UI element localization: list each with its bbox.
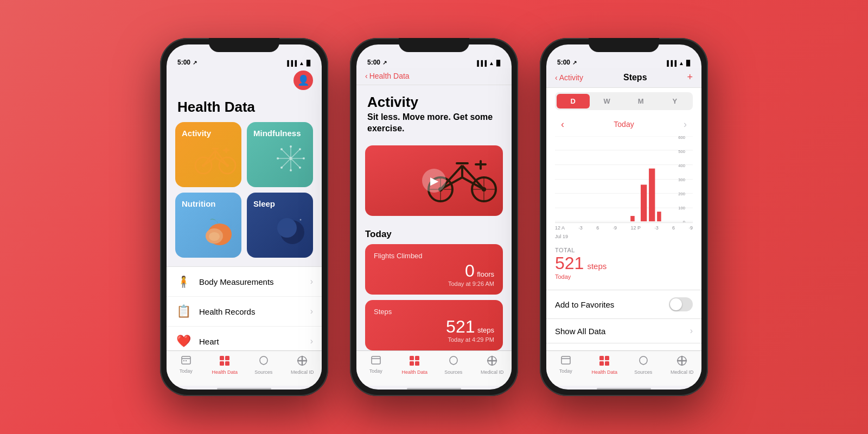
sources-icon-3 <box>638 355 649 368</box>
chart-navigation: ‹ Today › <box>546 114 701 136</box>
profile-icon: 👤 <box>297 74 309 86</box>
category-sleep[interactable]: Sleep <box>247 193 313 258</box>
tab-today-1[interactable]: Today <box>171 355 201 375</box>
svg-text:0: 0 <box>683 220 685 222</box>
steps-settings: Add to Favorites Show All Data › Data So… <box>546 290 701 350</box>
tab-medicalid-2[interactable]: Medical ID <box>477 355 507 375</box>
svg-rect-92 <box>605 361 609 366</box>
svg-line-17 <box>282 149 290 157</box>
svg-line-18 <box>292 159 300 168</box>
add-favorites-item[interactable]: Add to Favorites <box>546 290 701 319</box>
svg-line-19 <box>292 149 300 157</box>
tab-medicalid-3[interactable]: Medical ID <box>667 355 697 375</box>
flights-label: Flights Climbed <box>374 252 494 260</box>
tab-bar-3: Today Health Data Sources <box>546 350 701 386</box>
nav-bar-3: ‹ Activity Steps + <box>546 68 701 88</box>
total-value: 521 <box>555 253 584 273</box>
body-chevron-icon: › <box>310 277 313 286</box>
mindfulness-label: Mindfulness <box>253 129 301 138</box>
battery-icon-2: ▉ <box>496 60 501 66</box>
steps-total: TOTAL 521 steps Today <box>546 241 701 285</box>
health-data-title: Health Data <box>177 99 255 116</box>
activity-video[interactable]: ▶ <box>365 145 503 216</box>
steps-nav-title: Steps <box>623 73 647 82</box>
chart-prev-button[interactable]: ‹ <box>555 117 570 132</box>
phone-1: 5:00 ↗ ▐▐▐ ▲ ▉ 👤 Health Data <box>160 38 328 396</box>
category-activity[interactable]: Activity <box>175 122 241 187</box>
tab-sources-2[interactable]: Sources <box>438 355 468 375</box>
svg-point-21 <box>290 145 292 148</box>
home-indicator-3 <box>597 388 651 390</box>
svg-point-31 <box>209 232 220 241</box>
phones-container: 5:00 ↗ ▐▐▐ ▲ ▉ 👤 Health Data <box>160 38 708 396</box>
profile-button[interactable]: 👤 <box>293 71 313 90</box>
tab-healthdata-1[interactable]: Health Data <box>210 355 240 375</box>
chart-date: Jul 19 <box>546 233 701 241</box>
sources-icon-1 <box>258 355 269 368</box>
svg-point-33 <box>300 219 302 221</box>
notch-2 <box>399 38 469 52</box>
tab-sources-3[interactable]: Sources <box>628 355 658 375</box>
activity-icon <box>194 138 237 183</box>
tab-today-2[interactable]: Today <box>361 355 391 375</box>
metric-flights[interactable]: Flights Climbed 0 floors Today at 9:26 A… <box>365 244 503 295</box>
svg-rect-87 <box>561 356 570 364</box>
tab-year[interactable]: Y <box>659 94 692 108</box>
back-button-2[interactable]: ‹ Health Data <box>365 72 410 80</box>
tab-week[interactable]: W <box>591 94 624 108</box>
show-all-data-item[interactable]: Show All Data › <box>546 319 701 343</box>
list-item-records[interactable]: 📋 Health Records › <box>167 297 322 327</box>
tab-medicalid-1[interactable]: Medical ID <box>288 355 317 375</box>
records-chevron-icon: › <box>310 307 313 316</box>
medicalid-icon-3 <box>676 355 687 368</box>
svg-text:200: 200 <box>678 192 685 196</box>
add-favorites-label: Add to Favorites <box>555 300 614 309</box>
svg-rect-85 <box>649 169 655 221</box>
svg-rect-67 <box>415 361 419 366</box>
sources-label-1: Sources <box>254 369 272 375</box>
play-button[interactable]: ▶ <box>422 169 446 193</box>
back-button-3[interactable]: ‹ Activity <box>555 73 583 82</box>
location-icon-2: ↗ <box>382 60 387 66</box>
activity-header: Activity Sit less. Move more. Get some e… <box>356 85 512 145</box>
tab-healthdata-2[interactable]: Health Data <box>400 355 430 375</box>
tab-bar-1: Today Health Data Sources <box>167 350 322 386</box>
healthdata-icon-2 <box>409 355 420 368</box>
show-all-data-label: Show All Data <box>555 327 605 336</box>
today-label-2: Today <box>369 368 382 374</box>
steps-value-2: 521 <box>446 317 475 336</box>
list-item-heart[interactable]: ❤️ Heart › <box>167 327 322 350</box>
add-button-3[interactable]: + <box>687 72 693 83</box>
data-sources-item[interactable]: Data Sources & Access › <box>546 343 701 350</box>
chart-period-label: Today <box>614 120 634 129</box>
svg-text:100: 100 <box>678 206 685 210</box>
svg-rect-91 <box>599 361 604 366</box>
favorites-toggle[interactable] <box>669 297 693 311</box>
signal-icon-3: ▐▐▐ <box>665 60 676 66</box>
tab-month[interactable]: M <box>624 94 658 108</box>
tab-today-3[interactable]: Today <box>551 355 580 375</box>
tab-healthdata-3[interactable]: Health Data <box>590 355 620 375</box>
healthdata-icon-3 <box>599 355 610 368</box>
medicalid-label-2: Medical ID <box>481 369 504 375</box>
list-item-body[interactable]: 🧍 Body Measurements › <box>167 267 322 297</box>
health-data-screen: Health Data Activity <box>167 90 322 350</box>
svg-rect-83 <box>630 216 635 221</box>
svg-rect-90 <box>605 356 609 360</box>
health-data-header: Health Data <box>167 90 322 122</box>
svg-rect-44 <box>225 361 229 366</box>
svg-rect-41 <box>220 356 224 360</box>
category-nutrition[interactable]: Nutrition <box>175 193 241 258</box>
metric-steps[interactable]: Steps 521 steps Today at 4:29 PM <box>365 300 503 350</box>
tab-sources-1[interactable]: Sources <box>248 355 278 375</box>
nutrition-label: Nutrition <box>182 199 215 208</box>
steps-unit-2: steps <box>477 326 494 334</box>
category-mindfulness[interactable]: Mindfulness <box>247 122 313 187</box>
phone-2: 5:00 ↗ ▐▐▐ ▲ ▉ ‹ Health Data <box>350 38 518 396</box>
svg-rect-64 <box>410 356 414 360</box>
svg-rect-65 <box>415 356 419 360</box>
chart-next-button[interactable]: › <box>678 117 693 132</box>
svg-rect-43 <box>220 361 224 366</box>
tab-day[interactable]: D <box>557 94 590 108</box>
category-grid: Activity <box>167 122 322 266</box>
